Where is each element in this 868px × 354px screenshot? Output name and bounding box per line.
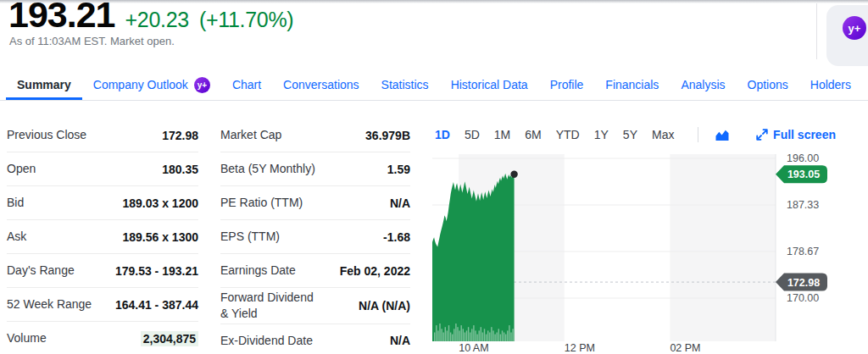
volume-bar [447,330,448,341]
yahoo-plus-icon[interactable]: y+ [843,16,866,40]
session-band-1 [670,154,776,341]
tab-summary[interactable]: Summary [17,78,71,91]
quote-value: 189.56 x 1300 [122,230,198,244]
tab-label: Conversations [283,78,359,91]
tab-label: Financials [605,78,659,91]
volume-bar [481,327,481,341]
tab-analysis[interactable]: Analysis [681,78,725,91]
chart-panel: 1D5D1M6MYTD1Y5YMax Full screen 10 AM12 P… [428,119,868,354]
chart-range-toolbar: 1D5D1M6MYTD1Y5YMax Full screen [428,119,868,151]
volume-bar [476,335,477,341]
volume-bar [443,333,444,342]
volume-bar [439,324,440,341]
volume-bar [497,333,498,342]
volume-bar [441,329,442,341]
tab-financials[interactable]: Financials [605,78,659,91]
volume-bar [450,333,451,342]
price-change-percent: (+11.70%) [199,8,294,32]
quote-value: 1.59 [387,163,410,176]
tab-historical-data[interactable]: Historical Data [451,78,528,91]
fullscreen-button[interactable]: Full screen [756,128,836,141]
range-5y[interactable]: 5Y [623,128,637,141]
quote-value: -1.68 [383,230,410,244]
quote-value: 180.35 [162,163,198,176]
tab-conversations[interactable]: Conversations [283,78,359,91]
quote-label: PE Ratio (TTM) [220,195,303,211]
volume-bar [479,330,480,341]
quote-label: Forward Dividend & Yield [220,290,324,322]
range-6m[interactable]: 6M [525,128,541,141]
tab-label: Holders [810,78,851,91]
quote-row-forward-dividend-yield: Forward Dividend & YieldN/A (N/A) [220,288,410,324]
quote-label: 52 Week Range [7,296,92,313]
quote-table-left: Previous Close172.98Open180.35Bid189.03 … [7,119,198,354]
x-axis-label-10-am: 10 AM [459,342,488,354]
tab-label: Historical Data [451,78,528,91]
quote-label: Bid [7,195,24,211]
volume-bar [457,327,458,341]
x-axis-label-12-pm: 12 PM [565,342,595,354]
range-1d[interactable]: 1D [435,128,450,141]
tab-profile[interactable]: Profile [550,78,584,91]
nav-tabs: SummaryCompany Outlooky+ChartConversatio… [0,69,868,101]
quote-table-right: Market Cap36.979BBeta (5Y Monthly)1.59PE… [220,119,410,354]
quote-row-ex-dividend-date: Ex-Dividend DateN/A [220,324,410,354]
tab-label: Analysis [681,78,725,91]
premium-panel: y+ [826,5,868,66]
quote-label: Ask [7,229,26,245]
range-ytd[interactable]: YTD [556,128,580,141]
quote-label: Volume [7,330,47,346]
volume-bar [509,325,509,341]
tab-label: Profile [550,78,584,91]
quote-value: 179.53 - 193.21 [115,264,198,278]
volume-bar [465,333,465,342]
y-axis-label-196-00: 196.00 [787,152,819,164]
price-change: +20.23 [125,8,189,32]
quote-label: Ex-Dividend Date [220,333,313,349]
quote-value: Feb 02, 2022 [340,264,410,278]
volume-bar [504,333,504,342]
quote-row-market-cap: Market Cap36.979B [220,119,410,152]
quote-row-previous-close: Previous Close172.98 [7,119,198,152]
price-chart[interactable]: 10 AM12 PM02 PM196.00187.33178.67170.001… [428,151,868,354]
volume-bar [498,329,499,341]
quote-value: N/A [390,196,410,210]
price-header: 193.21 +20.23 (+11.70%) [8,0,293,36]
quote-value: 172.98 [162,129,198,142]
tab-label: Chart [232,78,261,91]
range-buttons: 1D5D1M6MYTD1Y5YMax [435,128,674,141]
range-5d[interactable]: 5D [465,128,480,141]
volume-bar [475,330,476,341]
volume-bar [486,335,487,341]
y-axis-label-178-67: 178.67 [787,246,819,257]
tab-statistics[interactable]: Statistics [381,78,429,91]
quote-row-open: Open180.35 [7,152,198,186]
current-price: 193.21 [8,0,115,36]
volume-bar [461,325,462,341]
volume-bar [434,333,435,342]
quote-value: N/A (N/A) [359,299,410,313]
volume-bar [482,333,483,342]
range-1y[interactable]: 1Y [594,128,609,141]
tab-holders[interactable]: Holders [810,78,851,91]
tab-label: Summary [17,78,71,91]
area-chart-icon[interactable] [715,129,730,141]
volume-bar [500,335,501,341]
range-max[interactable]: Max [652,128,674,141]
tab-chart[interactable]: Chart [232,78,261,91]
volume-bar [473,325,474,341]
volume-bar [507,330,508,341]
quote-row-bid: Bid189.03 x 1200 [7,186,198,220]
quote-row-beta-5y-monthly: Beta (5Y Monthly)1.59 [220,152,410,186]
tab-company-outlook[interactable]: Company Outlooky+ [93,77,210,93]
range-1m[interactable]: 1M [494,128,510,141]
quote-row-ask: Ask189.56 x 1300 [7,220,198,254]
volume-bar [468,327,469,341]
quote-row-day-s-range: Day's Range179.53 - 193.21 [7,254,198,288]
quote-label: Previous Close [7,127,86,143]
tab-label: Statistics [381,78,429,91]
tab-options[interactable]: Options [748,78,788,91]
quote-row-eps-ttm: EPS (TTM)-1.68 [220,220,410,254]
volume-bar [489,333,490,342]
previous-close-badge-label: 172.98 [787,277,820,289]
